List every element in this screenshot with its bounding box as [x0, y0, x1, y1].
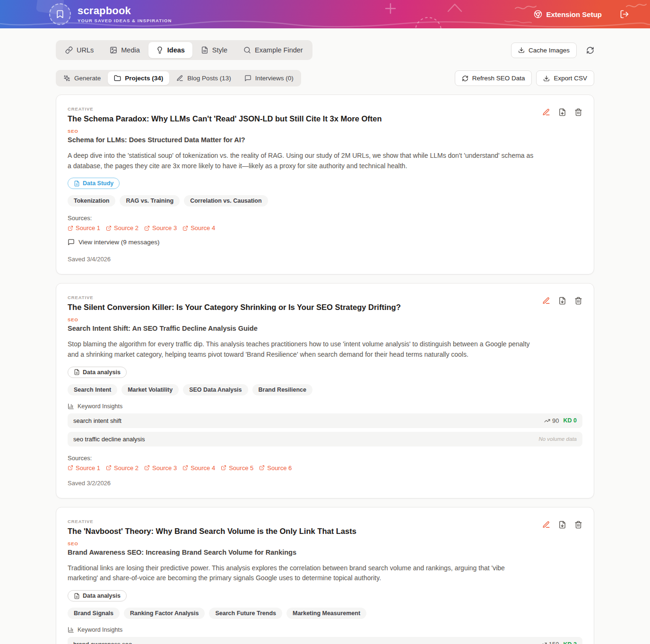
tab-example-finder[interactable]: Example Finder — [236, 42, 311, 58]
card-subtitle: Schema for LLMs: Does Structured Data Ma… — [68, 136, 382, 144]
source-link[interactable]: Source 2 — [106, 224, 139, 232]
keyword-volume: 150 — [549, 641, 559, 644]
trash-icon[interactable] — [574, 108, 582, 116]
card-subtitle: Brand Awareness SEO: Increasing Brand Se… — [68, 549, 356, 556]
source-link[interactable]: Source 3 — [144, 464, 177, 472]
keyword-no-volume: No volume data — [538, 436, 577, 442]
creative-label: CREATIVE — [68, 295, 401, 300]
source-link[interactable]: Source 4 — [182, 224, 215, 232]
sub-tab-bar: Generate Projects (34) Blog Posts (13) I… — [56, 70, 301, 86]
file-export-icon[interactable] — [558, 108, 566, 116]
keyword-term: search intent shift — [73, 417, 121, 424]
tab-ideas[interactable]: Ideas — [148, 42, 192, 58]
download-icon — [543, 75, 550, 82]
view-interview-label: View interview (9 messages) — [78, 239, 160, 246]
keyword-row: search intent shift 90 KD 0 — [68, 413, 582, 428]
view-interview-link[interactable]: View interview (9 messages) — [68, 239, 160, 246]
source-link[interactable]: Source 2 — [106, 464, 139, 472]
tab-media-label: Media — [121, 46, 140, 54]
sources-label: Sources: — [68, 455, 582, 462]
seo-label: SEO — [68, 129, 382, 134]
external-link-icon — [106, 225, 112, 231]
external-link-icon — [68, 465, 73, 471]
tab-style-label: Style — [212, 46, 227, 54]
file-text-icon — [74, 369, 80, 375]
source-link[interactable]: Source 1 — [68, 464, 100, 472]
source-link[interactable]: Source 5 — [221, 464, 253, 472]
topic-tag: Ranking Factor Analysis — [124, 608, 205, 619]
file-export-icon[interactable] — [558, 297, 566, 305]
main-tab-bar: URLs Media Ideas Style Example Finder — [56, 40, 312, 60]
external-link-icon — [221, 465, 226, 471]
seo-label: SEO — [68, 541, 356, 546]
app-title: scrapbook — [78, 5, 172, 17]
external-link-icon — [259, 465, 265, 471]
saved-date: Saved 3/2/2026 — [68, 480, 582, 487]
topic-tag: Marketing Measurement — [286, 608, 366, 619]
tab-interviews[interactable]: Interviews (0) — [238, 71, 300, 85]
topic-tag: Brand Signals — [68, 608, 120, 619]
card-title: The Silent Conversion Killer: Is Your Ca… — [68, 303, 401, 312]
refresh-icon — [462, 75, 468, 82]
edit-icon[interactable] — [542, 521, 550, 529]
source-link[interactable]: Source 4 — [182, 464, 215, 472]
folder-icon — [114, 75, 121, 82]
cache-images-label: Cache Images — [529, 47, 570, 54]
edit-icon[interactable] — [542, 297, 550, 305]
cache-images-button[interactable]: Cache Images — [511, 43, 577, 58]
export-csv-button[interactable]: Export CSV — [536, 70, 594, 86]
bar-chart-icon — [68, 403, 74, 410]
tab-style[interactable]: Style — [193, 42, 235, 58]
refresh-seo-data-button[interactable]: Refresh SEO Data — [455, 70, 532, 86]
source-link[interactable]: Source 3 — [144, 224, 177, 232]
file-text-icon — [74, 180, 80, 187]
card-title: The Schema Paradox: Why LLMs Can't 'Read… — [68, 114, 382, 123]
format-badge: Data analysis — [68, 367, 127, 378]
keyword-difficulty: KD 0 — [563, 417, 577, 424]
chat-icon — [244, 75, 251, 82]
format-badge: Data Study — [68, 178, 120, 189]
keyword-volume: 90 — [552, 417, 559, 424]
topic-tag: SEO Data Analysis — [183, 384, 248, 395]
trash-icon[interactable] — [574, 521, 582, 529]
tab-blog-posts-label: Blog Posts (13) — [187, 75, 231, 82]
refresh-seo-data-label: Refresh SEO Data — [472, 75, 525, 82]
tab-projects[interactable]: Projects (34) — [108, 71, 169, 85]
source-link[interactable]: Source 1 — [68, 224, 100, 232]
tab-urls-label: URLs — [77, 46, 94, 54]
topic-tag: Search Future Trends — [209, 608, 282, 619]
external-link-icon — [182, 465, 188, 471]
card-title: The 'Navboost' Theory: Why Brand Search … — [68, 527, 356, 536]
tab-urls[interactable]: URLs — [58, 42, 101, 58]
keyword-insights-header: Keyword Insights — [68, 627, 582, 633]
format-badge-label: Data Study — [83, 180, 113, 187]
tab-blog-posts[interactable]: Blog Posts (13) — [170, 71, 237, 85]
keyword-term: brand awareness seo — [73, 641, 132, 644]
brand: scrapbook YOUR SAVED IDEAS & INSPIRATION — [49, 3, 172, 25]
bar-chart-icon — [68, 627, 74, 633]
chrome-icon — [534, 10, 542, 18]
external-link-icon — [144, 225, 150, 231]
app-tagline: YOUR SAVED IDEAS & INSPIRATION — [78, 18, 172, 23]
topic-tag: Correlation vs. Causation — [184, 195, 268, 206]
download-icon — [518, 47, 525, 53]
tab-media[interactable]: Media — [102, 42, 147, 58]
keyword-row: brand awareness seo 150 KD 2 — [68, 637, 582, 644]
trash-icon[interactable] — [574, 297, 582, 305]
source-link[interactable]: Source 6 — [259, 464, 292, 472]
extension-setup-button[interactable]: Extension Setup — [534, 10, 602, 18]
topic-tag: Market Volatility — [121, 384, 179, 395]
topic-tag: RAG vs. Training — [120, 195, 180, 206]
refresh-icon[interactable] — [586, 46, 594, 54]
external-link-icon — [106, 465, 112, 471]
format-badge-label: Data analysis — [83, 369, 121, 376]
tab-ideas-label: Ideas — [167, 46, 185, 54]
keyword-insights-header: Keyword Insights — [68, 403, 582, 410]
card-description: Stop blaming the algorithm for every tra… — [68, 339, 537, 360]
file-export-icon[interactable] — [558, 521, 566, 529]
creative-label: CREATIVE — [68, 106, 382, 112]
logout-icon[interactable] — [620, 9, 629, 19]
lightbulb-icon — [156, 46, 164, 54]
tab-generate[interactable]: Generate — [57, 71, 107, 85]
edit-icon[interactable] — [542, 108, 550, 116]
